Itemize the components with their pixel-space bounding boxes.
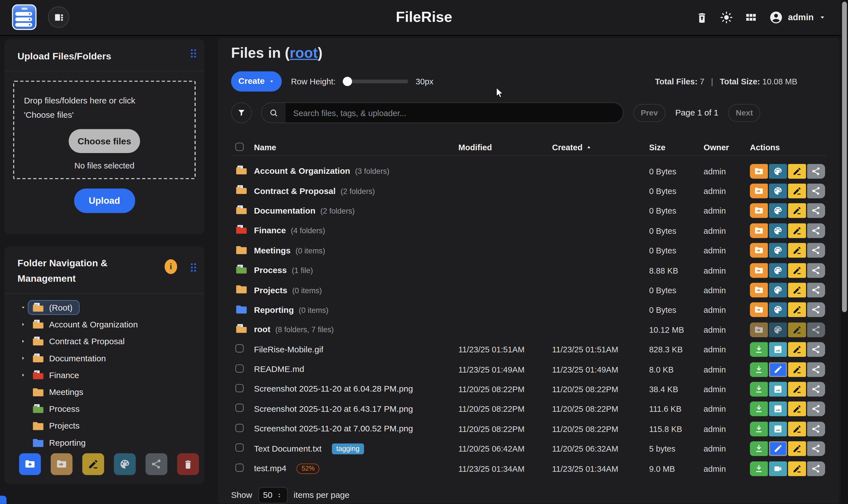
- sidebar-toggle-button[interactable]: [48, 6, 69, 28]
- tree-item[interactable]: Reporting: [4, 434, 205, 451]
- share-folder-button[interactable]: [145, 453, 167, 475]
- download-button[interactable]: [750, 441, 768, 456]
- folder-name[interactable]: Documentation: [254, 206, 316, 216]
- rename-folder-button[interactable]: [788, 322, 806, 337]
- rename-folder-button[interactable]: [82, 453, 104, 475]
- preview-button[interactable]: [769, 421, 787, 436]
- table-row[interactable]: Screenshot 2025-11-20 at 6.43.17 PM.png1…: [231, 399, 826, 419]
- rename-folder-button[interactable]: [788, 283, 806, 298]
- trash-restore-icon[interactable]: [696, 12, 708, 23]
- rename-button[interactable]: [788, 342, 806, 357]
- tree-node[interactable]: Meetings: [28, 385, 90, 399]
- share-button[interactable]: [807, 382, 825, 396]
- tree-item[interactable]: (Root): [4, 299, 205, 316]
- folder-name[interactable]: Reporting: [254, 305, 294, 315]
- rename-folder-button[interactable]: [788, 263, 806, 277]
- prev-page-button[interactable]: Prev: [633, 104, 666, 122]
- row-checkbox[interactable]: [235, 463, 244, 471]
- row-checkbox[interactable]: [235, 364, 244, 372]
- preview-button[interactable]: [769, 382, 787, 396]
- tree-item[interactable]: Contract & Proposal: [4, 333, 205, 349]
- table-row[interactable]: Text Document.txttagging11/20/25 06:42AM…: [231, 439, 826, 458]
- tree-node[interactable]: Finance: [28, 368, 86, 382]
- move-folder-button[interactable]: [750, 322, 768, 337]
- table-row[interactable]: Screenshot 2025-11-20 at 6.04.28 PM.png1…: [231, 379, 826, 399]
- rename-button[interactable]: [788, 402, 806, 416]
- row-checkbox[interactable]: [235, 424, 244, 432]
- drag-handle-icon[interactable]: [190, 49, 197, 58]
- preview-button[interactable]: [769, 402, 787, 416]
- folder-name[interactable]: Projects: [254, 285, 287, 295]
- share-folder-button[interactable]: [807, 243, 825, 258]
- items-per-page-select[interactable]: 50: [258, 487, 288, 503]
- tree-item[interactable]: Meetings: [4, 383, 205, 400]
- filter-button[interactable]: [231, 102, 252, 123]
- caret-right-icon[interactable]: [18, 338, 28, 344]
- file-name[interactable]: Screenshot 2025-11-20 at 6.04.28 PM.png: [254, 384, 413, 394]
- caret-down-icon[interactable]: [18, 304, 28, 310]
- table-row[interactable]: Process(1 file)8.88 KBadmin: [231, 260, 826, 280]
- share-folder-button[interactable]: [807, 203, 825, 218]
- search-input[interactable]: [285, 103, 623, 123]
- apps-grid-icon[interactable]: [745, 12, 757, 23]
- tree-node[interactable]: Contract & Proposal: [28, 334, 132, 349]
- rename-button[interactable]: [788, 441, 806, 456]
- move-folder-button[interactable]: [750, 243, 768, 258]
- folder-name[interactable]: Meetings: [254, 246, 291, 255]
- select-all-checkbox[interactable]: [235, 142, 244, 150]
- drag-handle-icon[interactable]: [190, 263, 197, 272]
- column-header-name[interactable]: Name: [254, 143, 459, 152]
- move-folder-button[interactable]: [750, 263, 768, 277]
- dropzone[interactable]: Drop files/folders here or click 'Choose…: [13, 81, 196, 179]
- share-button[interactable]: [807, 421, 825, 436]
- share-folder-button[interactable]: [807, 322, 825, 337]
- folder-color-button[interactable]: [769, 263, 787, 277]
- move-folder-button[interactable]: [750, 164, 768, 178]
- rename-folder-button[interactable]: [788, 164, 806, 178]
- folder-name[interactable]: root: [254, 325, 271, 335]
- column-header-size[interactable]: Size: [649, 143, 704, 152]
- table-row[interactable]: Contract & Proposal(2 folders)0 Bytesadm…: [231, 181, 826, 201]
- rename-button[interactable]: [788, 382, 806, 396]
- folder-color-button[interactable]: [114, 453, 136, 475]
- rename-folder-button[interactable]: [788, 184, 806, 198]
- table-row[interactable]: FileRise-Mobile.gif11/23/25 01:51AM11/23…: [231, 340, 826, 360]
- next-page-button[interactable]: Next: [728, 104, 760, 122]
- row-height-slider[interactable]: [342, 79, 408, 83]
- move-folder-button[interactable]: [750, 203, 768, 218]
- root-folder-link[interactable]: root: [290, 44, 318, 61]
- upload-button[interactable]: Upload: [74, 188, 135, 213]
- create-button[interactable]: Create: [231, 71, 282, 91]
- download-button[interactable]: [750, 421, 768, 436]
- file-name[interactable]: test.mp4: [254, 464, 287, 473]
- table-row[interactable]: Account & Organization(3 folders)0 Bytes…: [231, 161, 826, 181]
- folder-color-button[interactable]: [769, 184, 787, 198]
- folder-color-button[interactable]: [769, 223, 787, 238]
- folder-color-button[interactable]: [769, 203, 787, 218]
- rename-folder-button[interactable]: [788, 243, 806, 258]
- tree-item[interactable]: Documentation: [4, 350, 205, 367]
- file-name[interactable]: Screenshot 2025-11-20 at 7.00.52 PM.png: [254, 424, 413, 434]
- folder-name[interactable]: Contract & Proposal: [254, 186, 336, 196]
- scrollbar-thumb[interactable]: [842, 2, 847, 312]
- filerise-logo-icon[interactable]: [12, 4, 36, 30]
- move-folder-button[interactable]: [750, 283, 768, 298]
- table-row[interactable]: Projects(0 items)0 Bytesadmin: [231, 280, 826, 300]
- move-folder-button[interactable]: [750, 223, 768, 238]
- download-button[interactable]: [750, 382, 768, 396]
- folder-color-button[interactable]: [769, 243, 787, 258]
- share-folder-button[interactable]: [807, 164, 825, 178]
- column-header-created[interactable]: Created: [552, 143, 649, 152]
- row-checkbox[interactable]: [235, 344, 244, 353]
- share-folder-button[interactable]: [807, 303, 825, 317]
- scrollbar-track[interactable]: [841, 0, 848, 504]
- tree-node[interactable]: Account & Organization: [28, 317, 145, 332]
- tree-node[interactable]: Process: [28, 402, 87, 416]
- caret-right-icon[interactable]: [18, 322, 28, 327]
- rename-button[interactable]: [788, 362, 806, 377]
- tree-node[interactable]: Reporting: [28, 435, 93, 450]
- tree-item[interactable]: Finance: [4, 367, 205, 383]
- move-folder-button[interactable]: [51, 453, 73, 475]
- folder-name[interactable]: Account & Organization: [254, 166, 350, 176]
- tree-item[interactable]: Projects: [4, 417, 205, 434]
